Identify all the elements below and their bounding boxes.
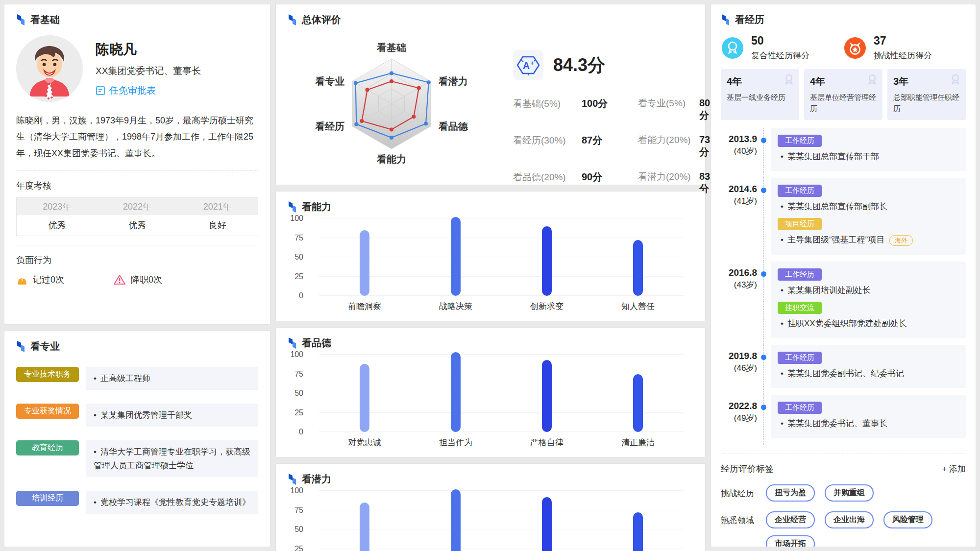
bar-column [410,491,501,551]
experience-tag-pill[interactable]: 风险管理 [883,511,932,528]
profession-row: 专业技术职务 •正高级工程师 [16,367,258,390]
y-axis: 1007550250 [288,355,310,432]
age-text: (46岁) [721,362,757,374]
bar-column [501,355,592,432]
summary-card: 4年 基层单位经营管理经历 [804,69,882,120]
potential-bar-chart: 1007550250坚韧抗压成就动机开放包容责任感 [288,491,693,551]
overall-card: 总体评价 看基础看潜力看品德看能力看经历看专业 A + [275,4,706,185]
experience-tag-pill[interactable]: 市场开拓 [766,535,815,547]
demotion-item: 降职0次 [113,274,162,286]
section-title: 看能力 [302,200,331,214]
timeline-content: 工作经历•某某集团总部宣传部干部 [771,128,966,171]
timeline-dot [761,188,766,193]
timeline-dot [761,271,766,277]
experience-tag-pill[interactable]: 并购重组 [825,484,874,502]
plot-area [319,355,693,432]
radar-axis-label: 看经历 [315,121,344,132]
divider [16,245,258,245]
date-text: 2014.6 [721,184,757,194]
experience-header: 看经历 [721,13,966,26]
middle-column: 总体评价 看基础看潜力看品德看能力看经历看专业 A + [275,4,706,547]
bar-column [501,491,592,551]
bar [633,374,643,432]
add-tag-button[interactable]: + 添加 [942,463,966,475]
timeline-item-text: •主导集团级“强基工程”项目海外 [781,234,959,246]
experience-card: 看经历 50 复合性经历得分 [710,4,976,547]
section-title: 看潜力 [302,473,331,486]
bar-column [592,491,684,551]
plot-area [319,218,693,296]
y-axis: 1007550250 [288,491,310,551]
medal-watermark-icon [783,73,795,86]
age-text: (41岁) [721,195,757,207]
timeline-axis [757,395,771,445]
timeline-entry: 2014.6(41岁)工作经历•某某集团总部宣传部副部长项目经历•主导集团级“强… [721,178,966,262]
morality-chart-card: 看品德 1007550250对党忠诚担当作为严格自律清正廉洁 [275,327,706,457]
assessment-label: 年度考核 [16,180,258,192]
appointment-form-link[interactable]: 任免审批表 [96,84,201,97]
summary-label: 基层一线业务经历 [727,92,793,103]
tags-title: 经历评价标签 [721,463,774,475]
profession-text: •清华大学工商管理专业在职学习，获高级管理人员工商管理硕士学位 [86,440,258,477]
timeline-entry: 2016.8(43岁)工作经历•某某集团培训处副处长挂职交流•挂职XX党委组织部… [721,262,966,345]
challenge-score-label: 挑战性经历得分 [874,50,932,61]
timeline-date: 2016.8(43岁) [721,262,757,345]
radar-axis-label: 看专业 [315,76,344,87]
avatar [16,35,83,102]
y-tick-label: 100 [290,350,303,359]
rating-cell: 良好 [177,215,258,236]
experience-tag-pill[interactable]: 扭亏为盈 [766,484,815,502]
radar-axis-label: 看潜力 [438,76,468,87]
score-grid: 看基础(5%)100分 看专业(5%)80分 看经历(30%)87分 看能力(2… [513,97,717,195]
timeline-entry: 2013.9(40岁)工作经历•某某集团总部宣传部干部 [721,128,966,178]
experience-tag-pill[interactable]: 企业经营 [766,511,815,528]
age-text: (40岁) [721,145,757,157]
right-column: 看经历 50 复合性经历得分 [710,4,976,547]
morality-bar-chart: 1007550250对党忠诚担当作为严格自律清正廉洁 [288,355,693,448]
profession-header: 看专业 [16,340,258,353]
flag-icon [288,14,297,26]
y-tick-label: 100 [290,214,303,223]
timeline-dot [761,355,766,360]
bar-label: 担当作为 [410,437,501,448]
timeline-axis [757,262,771,345]
overall-score-panel: A + 84.3分 看基础(5%)100分 看专业(5%)80分 看经历(30%… [513,26,717,195]
profile-block: 陈晓凡 XX集团党委书记、董事长 任免审批表 [16,35,258,102]
document-icon [96,86,105,96]
medal-cyan-icon [721,36,744,60]
y-axis: 1007550250 [288,218,310,296]
radar-axis-label: 看品德 [438,121,468,132]
y-tick-label: 50 [294,253,303,262]
bar [451,217,461,296]
bio-text: 陈晓刚，男，汉族，1973年9月生，50岁，最高学历硕士研究生（清华大学工商管理… [16,113,258,162]
work-tag: 工作经历 [778,135,822,147]
summary-card: 4年 基层一线业务经历 [721,69,799,120]
person-name: 陈晓凡 [96,40,201,59]
timeline-line [763,128,764,178]
profession-text: •正高级工程师 [86,367,258,390]
demerit-item: 记过0次 [16,274,64,286]
timeline-item-text: •某某集团党委副书记、纪委书记 [781,368,959,379]
negative-label: 负面行为 [16,254,258,266]
work-tag: 工作经历 [778,185,822,197]
bar-label: 知人善任 [592,301,684,312]
bar-label: 前瞻洞察 [319,301,410,312]
profession-row: 专业获奖情况 •某某集团优秀管理干部奖 [16,404,258,427]
bar [633,240,643,296]
date-text: 2013.9 [721,134,757,144]
bar-column [410,355,501,432]
summary-label: 总部职能管理任职经历 [893,92,960,114]
medal-orange-icon [843,36,867,60]
timeline-dot [761,138,766,143]
bar-column [319,491,410,551]
exchange-tag: 挂职交流 [778,302,822,314]
experience-tag-pill[interactable]: 企业出海 [825,511,874,528]
flag-icon [16,14,25,26]
radar-axis-label: 看基础 [376,42,406,53]
timeline-dot [761,405,766,410]
plot-area [319,491,693,551]
y-tick-label: 75 [294,506,303,515]
bar [451,489,461,551]
award-tag: 专业获奖情况 [16,404,79,419]
section-title: 看品德 [302,336,331,350]
